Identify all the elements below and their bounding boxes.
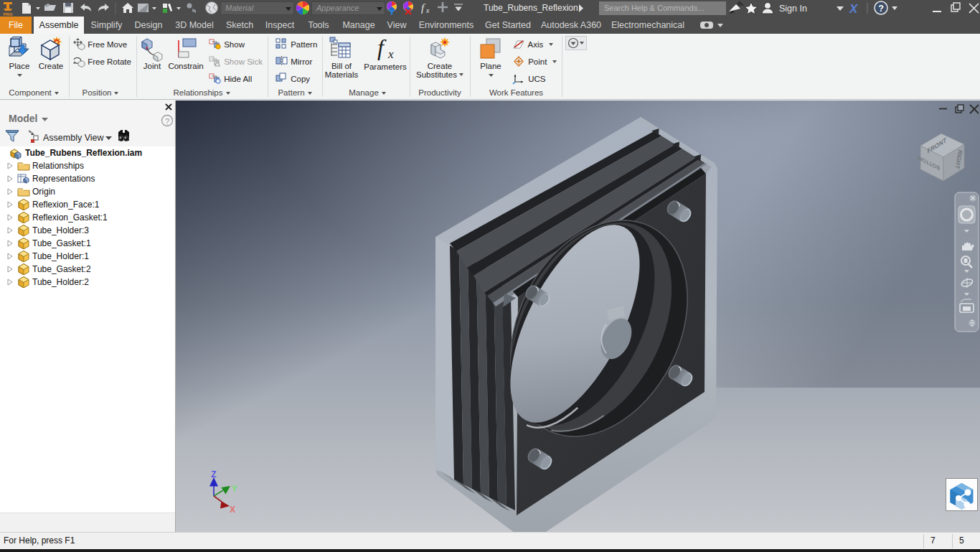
- svg-text:f: f: [377, 36, 387, 60]
- svg-text:?: ?: [165, 117, 169, 126]
- svg-text:Model: Model: [9, 113, 37, 124]
- svg-text:x: x: [387, 47, 394, 60]
- svg-text:Y: Y: [232, 484, 237, 494]
- svg-text:X: X: [230, 505, 235, 515]
- svg-text:PRO: PRO: [3, 12, 12, 17]
- svg-text:Sign In: Sign In: [779, 4, 807, 14]
- svg-text:f: f: [421, 2, 425, 14]
- svg-text:Z: Z: [211, 469, 216, 480]
- svg-text:x: x: [425, 6, 430, 14]
- svg-text:X: X: [849, 2, 859, 16]
- svg-text:?: ?: [878, 4, 884, 14]
- svg-text:Assembly View: Assembly View: [43, 133, 104, 143]
